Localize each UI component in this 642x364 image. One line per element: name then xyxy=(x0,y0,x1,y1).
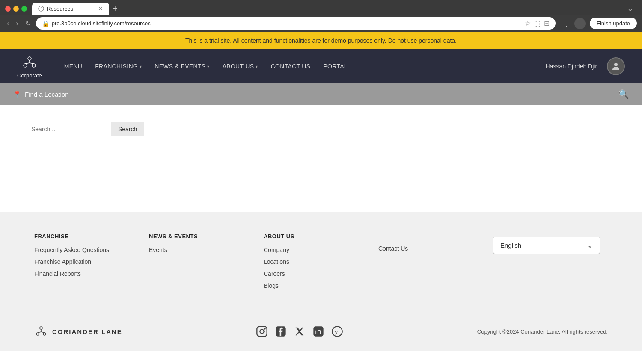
footer-financial-reports-link[interactable]: Financial Reports xyxy=(34,270,149,277)
nav-portal[interactable]: PORTAL xyxy=(318,59,353,73)
svg-point-9 xyxy=(36,333,39,335)
nav-contact-us[interactable]: CONTACT US xyxy=(266,59,316,73)
maximize-traffic-light[interactable] xyxy=(21,6,27,12)
x-twitter-icon[interactable] xyxy=(294,326,306,337)
yelp-icon[interactable]: y xyxy=(331,326,343,337)
linkedin-icon[interactable] xyxy=(312,326,324,337)
chevron-down-icon[interactable]: ⌄ xyxy=(627,4,637,13)
footer-blogs-link[interactable]: Blogs xyxy=(264,282,378,289)
browser-actions: ⋮ Finish update xyxy=(562,18,637,29)
trial-banner-text: This is a trial site. All content and fu… xyxy=(185,37,457,44)
reload-button[interactable]: ↻ xyxy=(24,18,33,28)
extensions-icon[interactable]: ⬚ xyxy=(534,19,541,27)
svg-point-1 xyxy=(28,57,31,60)
forward-button[interactable]: › xyxy=(14,19,20,28)
language-label: English xyxy=(500,242,521,249)
svg-point-7 xyxy=(614,63,618,66)
traffic-lights xyxy=(5,6,27,12)
footer-contact-col: Contact Us xyxy=(378,233,493,294)
nav-franchising[interactable]: FRANCHISING ▾ xyxy=(90,59,147,73)
find-location-text: Find a Location xyxy=(25,91,69,98)
franchising-arrow-icon: ▾ xyxy=(140,64,142,69)
nav-menu[interactable]: MENU xyxy=(59,59,87,73)
svg-point-0 xyxy=(39,6,44,11)
footer-contact-us-link[interactable]: Contact Us xyxy=(378,245,493,252)
site-header: Corporate MENU FRANCHISING ▾ NEWS & EVEN… xyxy=(0,49,642,83)
tab-favicon xyxy=(38,6,44,12)
svg-point-10 xyxy=(43,333,46,335)
svg-rect-14 xyxy=(257,326,267,336)
instagram-icon[interactable] xyxy=(256,326,268,337)
news-arrow-icon: ▾ xyxy=(207,64,209,69)
footer-language-col: English ⌄ xyxy=(493,233,608,294)
footer-faq-link[interactable]: Frequently Asked Questions xyxy=(34,246,149,253)
footer-locations-link[interactable]: Locations xyxy=(264,258,378,265)
user-avatar-icon xyxy=(611,61,621,71)
minimize-traffic-light[interactable] xyxy=(13,6,19,12)
footer-franchise-col: FRANCHISE Frequently Asked Questions Fra… xyxy=(34,233,149,294)
user-name: Hassan.Djirdeh Djir... xyxy=(546,63,602,70)
tab-title: Resources xyxy=(47,6,95,12)
footer-columns: FRANCHISE Frequently Asked Questions Fra… xyxy=(34,233,608,294)
svg-point-2 xyxy=(24,64,27,67)
svg-point-8 xyxy=(40,327,42,329)
lock-icon: 🔒 xyxy=(42,20,49,27)
nav-about-us[interactable]: ABOUT US ▾ xyxy=(217,59,263,73)
new-tab-button[interactable]: + xyxy=(113,4,118,13)
copyright-text: Copyright ©2024 Coriander Lane. All righ… xyxy=(477,328,608,335)
footer-about-heading: ABOUT US xyxy=(264,233,378,240)
browser-chrome: Resources ✕ + ⌄ ‹ › ↻ 🔒 pro.3b0ce.cloud.… xyxy=(0,0,642,32)
star-icon[interactable]: ☆ xyxy=(525,19,531,27)
facebook-icon[interactable] xyxy=(275,326,287,337)
main-content: Search xyxy=(0,105,642,212)
svg-line-13 xyxy=(41,332,45,333)
svg-point-3 xyxy=(32,64,36,67)
footer-franchise-heading: FRANCHISE xyxy=(34,233,149,240)
back-button[interactable]: ‹ xyxy=(5,19,11,28)
footer-news-col: NEWS & EVENTS Events xyxy=(149,233,264,294)
user-profile-icon[interactable] xyxy=(574,18,586,29)
active-tab[interactable]: Resources ✕ xyxy=(32,3,109,15)
tab-close-button[interactable]: ✕ xyxy=(98,5,103,12)
logo-area[interactable]: Corporate xyxy=(17,54,42,79)
svg-point-15 xyxy=(260,329,264,333)
svg-rect-18 xyxy=(314,326,324,336)
footer-news-heading: NEWS & EVENTS xyxy=(149,233,264,240)
footer-about-col: ABOUT US Company Locations Careers Blogs xyxy=(264,233,378,294)
footer-logo-text: CORIANDER LANE xyxy=(52,328,122,335)
address-bar-actions: ☆ ⬚ ⊞ xyxy=(525,19,550,27)
url-text: pro.3b0ce.cloud.sitefinity.com/resources xyxy=(52,20,522,27)
trial-banner: This is a trial site. All content and fu… xyxy=(0,32,642,49)
address-bar-row: ‹ › ↻ 🔒 pro.3b0ce.cloud.sitefinity.com/r… xyxy=(0,15,642,32)
footer-logo-icon xyxy=(34,325,48,338)
profiles-icon[interactable]: ⊞ xyxy=(544,19,550,27)
browser-menu-icon[interactable]: ⋮ xyxy=(562,19,570,28)
site-footer: FRANCHISE Frequently Asked Questions Fra… xyxy=(0,212,642,351)
footer-company-link[interactable]: Company xyxy=(264,246,378,253)
find-location[interactable]: 📍 Find a Location xyxy=(13,90,69,98)
language-chevron-icon: ⌄ xyxy=(587,241,593,249)
social-icons: y xyxy=(256,326,343,337)
about-arrow-icon: ▾ xyxy=(256,64,258,69)
search-button[interactable]: Search xyxy=(111,122,144,136)
logo-icon xyxy=(21,54,38,71)
svg-line-12 xyxy=(38,332,41,333)
footer-events-link[interactable]: Events xyxy=(149,246,264,253)
nav-news-events[interactable]: NEWS & EVENTS ▾ xyxy=(149,59,214,73)
user-avatar[interactable] xyxy=(607,57,625,75)
search-input[interactable] xyxy=(26,122,111,136)
finish-update-button[interactable]: Finish update xyxy=(590,18,637,29)
language-selector[interactable]: English ⌄ xyxy=(493,237,600,254)
svg-line-5 xyxy=(25,63,30,64)
tab-bar: Resources ✕ + ⌄ xyxy=(0,0,642,15)
footer-franchise-app-link[interactable]: Franchise Application xyxy=(34,258,149,265)
location-search-icon[interactable]: 🔍 xyxy=(618,89,629,99)
address-bar[interactable]: 🔒 pro.3b0ce.cloud.sitefinity.com/resourc… xyxy=(36,17,556,30)
location-bar: 📍 Find a Location 🔍 xyxy=(0,83,642,105)
svg-point-16 xyxy=(265,328,265,329)
footer-bottom: CORIANDER LANE xyxy=(34,316,608,338)
footer-logo[interactable]: CORIANDER LANE xyxy=(34,325,122,338)
footer-careers-link[interactable]: Careers xyxy=(264,270,378,277)
user-area: Hassan.Djirdeh Djir... xyxy=(546,57,625,75)
close-traffic-light[interactable] xyxy=(5,6,11,12)
